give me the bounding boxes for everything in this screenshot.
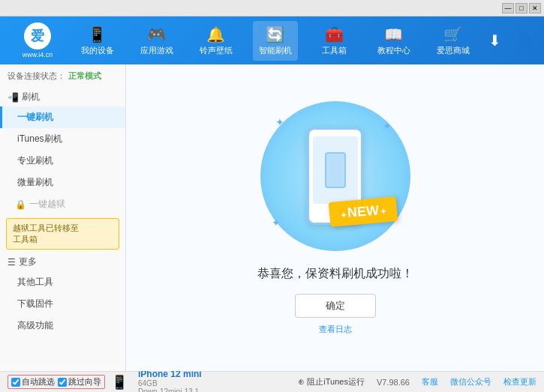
customer-service-link[interactable]: 客服 <box>422 376 438 388</box>
title-bar: — □ ✕ <box>0 0 544 16</box>
nav-ringtones-label: 铃声壁纸 <box>200 45 233 56</box>
sidebar-item-advanced-features[interactable]: 高级功能 <box>0 315 125 337</box>
sidebar-item-one-click-flash[interactable]: 一键刷机 <box>0 106 125 128</box>
logo: 爱 www.i4.cn <box>8 22 68 59</box>
skip-wizard-option[interactable]: 跳过向导 <box>58 376 101 388</box>
header-right: ⬇ 👤 <box>482 28 536 52</box>
nav-apps-games-label: 应用游戏 <box>140 45 173 56</box>
logo-icon: 爱 <box>24 22 51 49</box>
minimize-button[interactable]: — <box>502 3 514 13</box>
device-info: iPhone 12 mini 64GB Down-12mini-13,1 <box>138 369 202 393</box>
device-status-bar: 设备连接状态： 正常模式 <box>0 67 125 85</box>
maximize-button[interactable]: □ <box>515 3 527 13</box>
more-group-label: 更多 <box>19 256 37 268</box>
jailbreak-group-label: 一键越狱 <box>29 198 65 211</box>
auto-jump-option[interactable]: 自动跳选 <box>11 376 55 388</box>
auto-jump-checkbox[interactable] <box>11 378 20 387</box>
success-message: 恭喜您，保资料刷机成功啦！ <box>257 266 413 282</box>
phone-illustration: ✦ ✦ ✦ NEW <box>260 101 410 251</box>
main-panel: ✦ ✦ ✦ NEW 恭喜您，保资料刷机成功啦！ 确定 查看日志 <box>126 64 544 371</box>
nav-tutorial-label: 教程中心 <box>377 45 410 56</box>
wechat-public-link[interactable]: 微信公众号 <box>450 376 491 388</box>
sidebar-group-jailbreak-header: 🔒 一键越狱 <box>0 193 125 215</box>
smart-flash-icon: 🔄 <box>266 25 284 43</box>
check-update-link[interactable]: 检查更新 <box>503 376 536 388</box>
nav-bar: 📱 我的设备 🎮 应用游戏 🔔 铃声壁纸 🔄 智能刷机 🧰 工具箱 📖 教程中心… <box>68 21 482 61</box>
status-label: 设备连接状态： <box>8 70 65 82</box>
phone-circle: ✦ ✦ ✦ NEW <box>260 101 410 251</box>
new-badge: NEW <box>328 196 398 227</box>
download-button[interactable]: ⬇ <box>482 28 506 52</box>
sidebar-group-more-header: ☰ 更多 <box>0 253 125 271</box>
sparkle-tl: ✦ <box>275 116 284 128</box>
flash-group-icon: 📲 <box>8 92 19 103</box>
bottom-right: ⊕ 阻止iTunes运行 V7.98.66 客服 微信公众号 检查更新 <box>298 376 536 388</box>
view-log-link[interactable]: 查看日志 <box>319 324 352 335</box>
device-storage: 64GB <box>138 379 202 388</box>
device-firmware: Down-12mini-13,1 <box>138 388 202 393</box>
toolbox-icon: 🧰 <box>325 25 344 43</box>
nav-smart-flash-label: 智能刷机 <box>259 45 292 56</box>
header: 爱 www.i4.cn 📱 我的设备 🎮 应用游戏 🔔 铃声壁纸 🔄 智能刷机 … <box>0 16 544 64</box>
nav-toolbox[interactable]: 🧰 工具箱 <box>312 21 357 61</box>
nav-shop-label: 爱思商城 <box>437 45 470 56</box>
main-content: 设备连接状态： 正常模式 📲 刷机 一键刷机 iTunes刷机 专业刷机 微量刷… <box>0 64 544 371</box>
skip-wizard-label: 跳过向导 <box>68 376 101 388</box>
confirm-button[interactable]: 确定 <box>295 294 376 318</box>
apps-games-icon: 🎮 <box>147 25 166 43</box>
nav-my-device[interactable]: 📱 我的设备 <box>75 21 120 61</box>
skip-wizard-checkbox[interactable] <box>58 378 67 387</box>
bottom-options-group: 自动跳选 跳过向导 <box>8 375 105 389</box>
sparkle-bl: ✦ <box>272 217 281 229</box>
ringtones-icon: 🔔 <box>206 25 225 43</box>
jailbreak-lock-icon: 🔒 <box>15 199 26 210</box>
sidebar-item-itunes-flash[interactable]: iTunes刷机 <box>0 128 125 150</box>
shop-icon: 🛒 <box>443 25 462 43</box>
nav-smart-flash[interactable]: 🔄 智能刷机 <box>253 21 298 61</box>
close-button[interactable]: ✕ <box>529 3 541 13</box>
nav-tutorial[interactable]: 📖 教程中心 <box>371 21 416 61</box>
auto-jump-label: 自动跳选 <box>22 376 55 388</box>
logo-url: www.i4.cn <box>23 51 53 58</box>
sidebar-item-download-firmware[interactable]: 下载固件 <box>0 293 125 315</box>
phone-screen <box>313 136 358 204</box>
nav-my-device-label: 我的设备 <box>81 45 114 56</box>
sidebar-group-flash-header: 📲 刷机 <box>0 88 125 106</box>
user-button[interactable]: 👤 <box>512 28 536 52</box>
version-label: V7.98.66 <box>377 378 410 387</box>
sidebar-item-pro-flash[interactable]: 专业刷机 <box>0 150 125 172</box>
status-value: 正常模式 <box>68 70 101 82</box>
my-device-icon: 📱 <box>88 25 107 43</box>
nav-toolbox-label: 工具箱 <box>322 45 347 56</box>
flash-group-label: 刷机 <box>22 91 40 103</box>
sparkle-tr: ✦ <box>383 120 392 132</box>
sidebar-item-data-flash[interactable]: 微量刷机 <box>0 172 125 193</box>
jailbreak-warning: 越狱工具已转移至工具箱 <box>6 218 119 250</box>
bottom-bar: 自动跳选 跳过向导 📱 iPhone 12 mini 64GB Down-12m… <box>0 371 544 392</box>
nav-apps-games[interactable]: 🎮 应用游戏 <box>134 21 179 61</box>
sidebar-item-other-tools[interactable]: 其他工具 <box>0 271 125 293</box>
svg-rect-0 <box>326 153 345 187</box>
jailbreak-warning-text: 越狱工具已转移至工具箱 <box>13 223 79 244</box>
nav-ringtones[interactable]: 🔔 铃声壁纸 <box>194 21 239 61</box>
more-group-icon: ☰ <box>8 257 16 268</box>
sidebar: 设备连接状态： 正常模式 📲 刷机 一键刷机 iTunes刷机 专业刷机 微量刷… <box>0 64 126 371</box>
nav-shop[interactable]: 🛒 爱思商城 <box>431 21 476 61</box>
device-icon: 📱 <box>111 374 128 391</box>
tutorial-icon: 📖 <box>384 25 403 43</box>
stop-itunes-button[interactable]: ⊕ 阻止iTunes运行 <box>298 376 365 388</box>
